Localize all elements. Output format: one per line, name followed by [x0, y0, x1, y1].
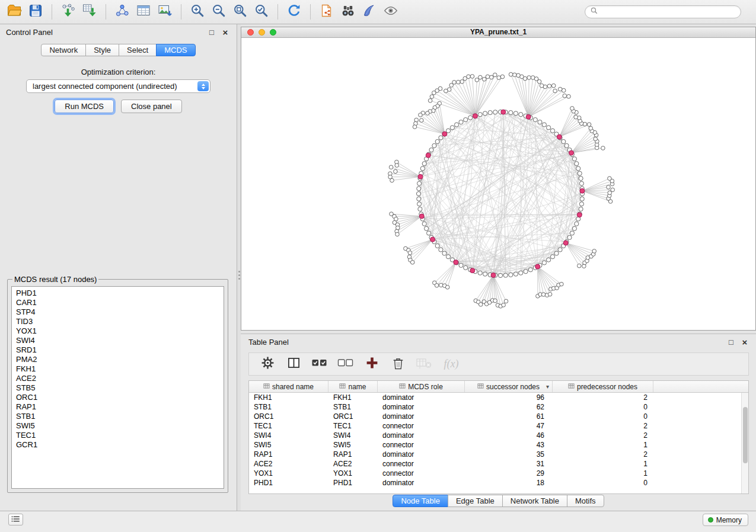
zoom-selected-button[interactable] — [251, 2, 272, 21]
tab-network-table[interactable]: Network Table — [502, 495, 567, 507]
network-window-titlebar[interactable]: YPA_prune.txt_1 — [241, 27, 755, 38]
clone-network-button[interactable] — [316, 2, 337, 21]
refresh-view-button[interactable] — [283, 2, 305, 21]
create-column-button[interactable] — [363, 355, 381, 373]
table-cell: SWI5 — [328, 441, 378, 449]
table-row[interactable]: ORC1ORC1dominator610 — [249, 412, 748, 421]
mcds-result-list[interactable]: PHD1CAR1STP4TID3YOX1SWI4SRD1PMA2FKH1ACE2… — [11, 286, 224, 489]
desktop-background — [0, 528, 756, 532]
mcds-result-item[interactable]: FKH1 — [16, 364, 224, 374]
mcds-result-item[interactable]: TID3 — [16, 317, 224, 326]
memory-button[interactable]: Memory — [703, 514, 748, 526]
tab-motifs[interactable]: Motifs — [567, 495, 604, 507]
column-label: name — [348, 383, 366, 391]
toolbar-separator — [277, 4, 278, 20]
deselect-all-rows-button[interactable] — [337, 355, 355, 373]
tab-node-table[interactable]: Node Table — [393, 495, 448, 507]
mcds-result-item[interactable]: SWI4 — [16, 336, 224, 345]
control-panel-title: Control Panel — [6, 28, 53, 37]
control-panel-header: Control Panel — [6, 28, 231, 39]
toolbar-separator — [52, 4, 52, 20]
table-options-button[interactable] — [259, 355, 276, 373]
apply-style-button[interactable] — [359, 2, 380, 21]
table-row[interactable]: RAP1RAP1dominator352 — [249, 450, 748, 459]
show-panels-button[interactable] — [8, 514, 23, 525]
tab-style[interactable]: Style — [85, 44, 119, 56]
column-header-successor-nodes[interactable]: successor nodes — [465, 381, 553, 392]
zoom-out-button[interactable] — [208, 2, 229, 21]
table-row[interactable]: STB1STB1dominator620 — [249, 402, 748, 412]
network-window-title: YPA_prune.txt_1 — [470, 28, 527, 36]
zoom-in-button[interactable] — [187, 2, 208, 21]
import-network-from-file-button[interactable] — [58, 2, 79, 21]
table-x-icon — [416, 356, 432, 372]
column-header-shared-name[interactable]: shared name — [249, 381, 328, 392]
export-image-button[interactable] — [154, 2, 176, 21]
show-hide-graphics-button[interactable] — [380, 2, 401, 21]
table-panel-close-icon[interactable] — [741, 338, 749, 346]
mcds-result-item[interactable]: ACE2 — [16, 374, 224, 383]
mcds-result-item[interactable]: RAP1 — [16, 402, 224, 412]
control-panel-tabs: Network Style Select MCDS — [0, 44, 237, 56]
table-row[interactable]: TEC1TEC1connector472 — [249, 421, 748, 431]
table-cell: ACE2 — [249, 460, 328, 468]
table-cell: PHD1 — [249, 479, 328, 487]
tab-mcds[interactable]: MCDS — [156, 44, 195, 56]
first-neighbors-button[interactable] — [337, 2, 359, 21]
mcds-result-item[interactable]: PMA2 — [16, 355, 224, 364]
eye-icon — [383, 3, 398, 21]
mcds-result-item[interactable]: STP4 — [16, 307, 224, 317]
table-cell: ACE2 — [328, 460, 378, 468]
close-panel-button[interactable]: Close panel — [121, 100, 182, 113]
window-minimize-button[interactable] — [259, 29, 265, 36]
mcds-result-item[interactable]: PHD1 — [16, 289, 224, 298]
table-panel-float-icon[interactable] — [727, 338, 735, 346]
mcds-result-item[interactable]: STB1 — [16, 412, 224, 421]
criterion-select[interactable]: largest connected component (undirected) — [26, 79, 210, 93]
import-table-from-file-button[interactable] — [79, 2, 100, 21]
save-session-button[interactable] — [25, 2, 46, 21]
mcds-result-item[interactable]: GCR1 — [16, 440, 224, 450]
tab-edge-table[interactable]: Edge Table — [448, 495, 503, 507]
table-scrollbar-thumb[interactable] — [743, 407, 748, 463]
mcds-result-item[interactable]: TEC1 — [16, 431, 224, 440]
close-panel-icon[interactable] — [221, 28, 229, 36]
mcds-result-item[interactable]: YOX1 — [16, 326, 224, 336]
search-input[interactable] — [601, 8, 736, 17]
table-row[interactable]: SWI4SWI4dominator462 — [249, 431, 748, 440]
new-network-button[interactable] — [111, 2, 133, 21]
table-row[interactable]: ACE2ACE2connector311 — [249, 459, 748, 469]
table-row[interactable]: PHD1PHD1dominator180 — [249, 478, 748, 488]
new-network-table-button[interactable] — [133, 2, 154, 21]
mcds-result-item[interactable]: STB5 — [16, 383, 224, 393]
delete-columns-button[interactable] — [389, 355, 407, 373]
table-row[interactable]: FKH1FKH1dominator962 — [249, 393, 748, 402]
attribute-icon — [339, 383, 346, 391]
float-panel-icon[interactable] — [208, 28, 216, 36]
mcds-result-item[interactable]: CAR1 — [16, 298, 224, 307]
mcds-result-item[interactable]: ORC1 — [16, 393, 224, 402]
mcds-result-item[interactable]: SWI5 — [16, 421, 224, 431]
plus-icon — [365, 356, 379, 372]
style-icon — [362, 3, 377, 21]
tab-network[interactable]: Network — [41, 44, 86, 56]
table-row[interactable]: SWI5SWI5connector431 — [249, 440, 748, 450]
column-header-MCDS-role[interactable]: MCDS role — [378, 381, 465, 392]
mcds-result-item[interactable]: SRD1 — [16, 345, 224, 355]
select-all-rows-button[interactable] — [311, 355, 328, 373]
column-header-predecessor-nodes[interactable]: predecessor nodes — [553, 381, 653, 392]
show-columns-button[interactable] — [285, 355, 302, 373]
table-scrollbar[interactable] — [741, 393, 748, 493]
open-session-button[interactable] — [4, 2, 25, 21]
table-row[interactable]: YOX1YOX1connector291 — [249, 469, 748, 478]
search-field[interactable] — [585, 5, 741, 18]
zoom-fit-button[interactable] — [229, 2, 251, 21]
zoom-sel-icon — [254, 3, 269, 21]
tab-select[interactable]: Select — [119, 44, 157, 56]
table-cell: STB1 — [249, 403, 328, 411]
run-mcds-button[interactable]: Run MCDS — [55, 100, 114, 113]
network-canvas[interactable] — [241, 38, 755, 330]
window-close-button[interactable] — [247, 29, 254, 36]
column-header-name[interactable]: name — [328, 381, 378, 392]
window-zoom-button[interactable] — [270, 29, 276, 36]
